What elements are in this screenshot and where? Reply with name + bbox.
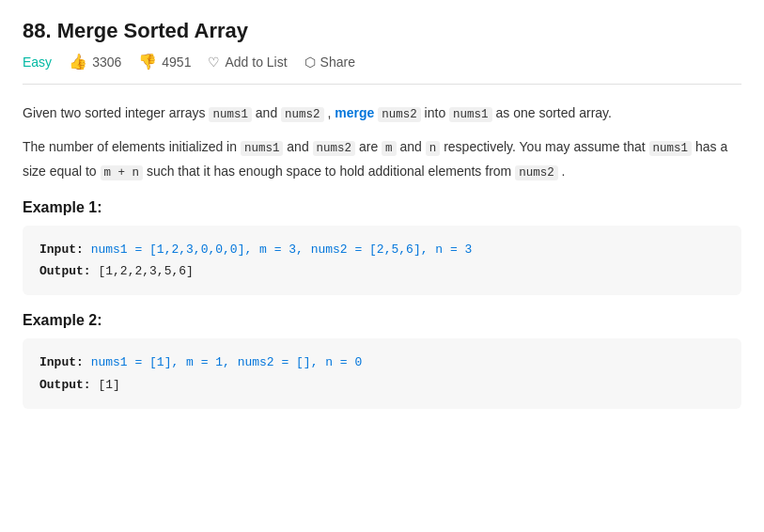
example-2-input: Input: nums1 = [1], m = 1, nums2 = [], n… — [39, 352, 725, 373]
dislikes-count: 👎 4951 — [138, 53, 191, 70]
heart-icon: ♡ — [208, 55, 220, 70]
share-icon: ⬡ — [304, 55, 316, 70]
code-nums2-1: nums2 — [281, 107, 324, 122]
example-1-title: Example 1: — [23, 199, 741, 216]
code-nums2-2: nums2 — [378, 107, 421, 122]
example-2-section: Example 2: Input: nums1 = [1], m = 1, nu… — [23, 312, 741, 409]
description-line1: Given two sorted integer arrays nums1 an… — [23, 102, 741, 126]
code-nums1-4: nums1 — [649, 141, 693, 156]
thumbs-down-icon: 👎 — [138, 53, 157, 70]
code-nums2-3: nums2 — [313, 141, 356, 156]
example-1-input-label: Input: — [39, 243, 84, 257]
example-1-section: Example 1: Input: nums1 = [1,2,3,0,0,0],… — [23, 199, 741, 296]
share-button[interactable]: ⬡ Share — [304, 55, 355, 70]
example-1-block: Input: nums1 = [1,2,3,0,0,0], m = 3, num… — [23, 226, 741, 296]
page-title: 88. Merge Sorted Array — [23, 19, 741, 43]
meta-bar: Easy 👍 3306 👎 4951 ♡ Add to List ⬡ Share — [23, 53, 741, 85]
example-2-output-label: Output: — [39, 378, 91, 392]
likes-count: 👍 3306 — [69, 53, 121, 70]
description: Given two sorted integer arrays nums1 an… — [23, 102, 741, 184]
example-1-input-value: nums1 = [1,2,3,0,0,0], m = 3, nums2 = [2… — [91, 243, 473, 257]
keyword-merge: merge — [335, 105, 374, 120]
thumbs-up-icon: 👍 — [69, 53, 87, 70]
example-2-input-label: Input: — [39, 355, 84, 369]
example-2-output: Output: [1] — [39, 374, 725, 396]
difficulty-badge: Easy — [23, 55, 52, 70]
code-nums1-3: nums1 — [241, 141, 284, 156]
description-line2: The number of elements initialized in nu… — [23, 135, 741, 184]
code-nums1-2: nums1 — [449, 107, 492, 122]
example-2-block: Input: nums1 = [1], m = 1, nums2 = [], n… — [23, 338, 741, 409]
example-1-output-label: Output: — [39, 264, 91, 278]
code-nums2-4: nums2 — [515, 165, 558, 180]
code-nums1-1: nums1 — [209, 107, 252, 122]
example-1-output-value: [1,2,2,3,5,6] — [98, 264, 193, 278]
example-1-output: Output: [1,2,2,3,5,6] — [39, 260, 725, 282]
example-1-input: Input: nums1 = [1,2,3,0,0,0], m = 3, num… — [39, 239, 725, 260]
example-2-title: Example 2: — [23, 312, 741, 329]
example-2-output-value: [1] — [98, 378, 119, 392]
example-2-input-value: nums1 = [1], m = 1, nums2 = [], n = 0 — [91, 355, 363, 369]
code-mn: m + n — [101, 165, 144, 180]
add-to-list-button[interactable]: ♡ Add to List — [208, 55, 287, 70]
code-m: m — [382, 141, 397, 156]
code-n: n — [426, 141, 441, 156]
